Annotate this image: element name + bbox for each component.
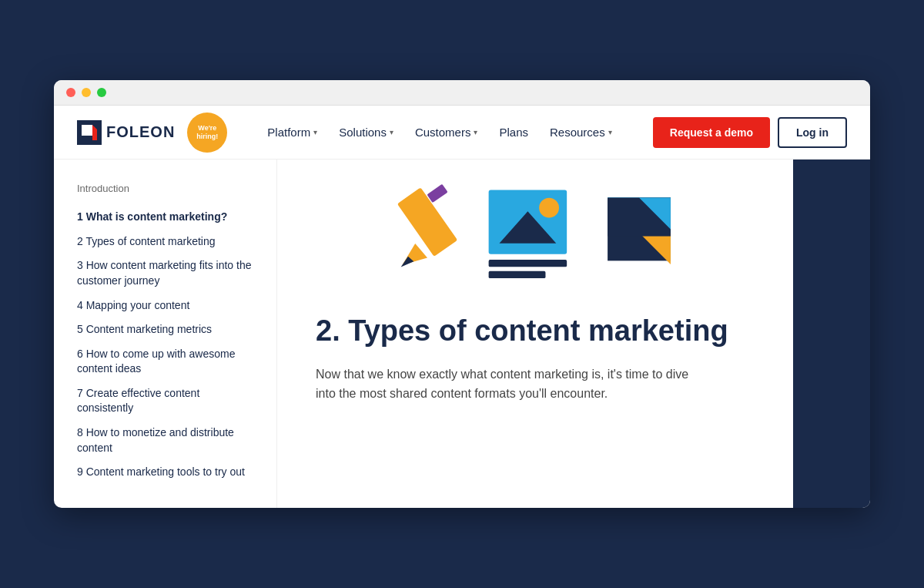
svg-rect-11 (489, 271, 546, 278)
browser-chrome (54, 80, 870, 106)
logo-icon (77, 120, 102, 145)
hiring-badge[interactable]: We're hiring! (187, 113, 227, 153)
arrow-illustration (601, 194, 678, 271)
logo-area: FOLEON We're hiring! (77, 113, 227, 153)
chevron-down-icon: ▾ (474, 128, 477, 136)
right-panel (793, 160, 870, 508)
dot-yellow[interactable] (82, 88, 91, 97)
pencil-illustration (393, 183, 462, 283)
sidebar-item-1[interactable]: 1 What is content marketing? (77, 205, 257, 230)
nav-actions: Request a demo Log in (653, 117, 847, 148)
chevron-down-icon: ▾ (608, 128, 612, 136)
sidebar-item-5[interactable]: 5 Content marketing metrics (77, 318, 257, 342)
sidebar-item-2[interactable]: 2 Types of content marketing (77, 230, 257, 254)
nav-item-resources[interactable]: Resources ▾ (541, 119, 621, 145)
foleon-logo-svg (82, 125, 97, 140)
svg-rect-2 (397, 187, 457, 257)
dot-red[interactable] (66, 88, 75, 97)
sidebar-item-7[interactable]: 7 Create effective content consistently (77, 381, 257, 421)
hiring-line2: hiring! (196, 133, 218, 141)
nav-links: Platform ▾ Solutions ▾ Customers ▾ Plans… (258, 119, 653, 145)
chevron-down-icon: ▾ (313, 128, 317, 136)
nav-item-platform[interactable]: Platform ▾ (258, 119, 326, 145)
content-body: Now that we know exactly what content ma… (316, 365, 701, 404)
svg-rect-5 (427, 184, 447, 203)
svg-marker-1 (92, 125, 97, 140)
nav-item-plans[interactable]: Plans (490, 119, 537, 145)
request-demo-button[interactable]: Request a demo (653, 117, 770, 148)
content-area: 2. Types of content marketing Now that w… (277, 160, 793, 508)
logo-box: FOLEON (77, 120, 175, 145)
svg-point-8 (539, 198, 559, 218)
navbar: FOLEON We're hiring! Platform ▾ Solution… (54, 106, 870, 160)
dot-green[interactable] (97, 88, 106, 97)
sidebar-item-3[interactable]: 3 How content marketing fits into the cu… (77, 254, 257, 293)
content-heading: 2. Types of content marketing (316, 314, 755, 349)
sidebar-item-6[interactable]: 6 How to come up with awesome content id… (77, 342, 257, 381)
svg-rect-0 (82, 125, 92, 136)
image-card-illustration (485, 183, 578, 283)
nav-item-solutions[interactable]: Solutions ▾ (330, 119, 403, 145)
sidebar-item-8[interactable]: 8 How to monetize and distribute content (77, 421, 257, 460)
chevron-down-icon: ▾ (390, 128, 393, 136)
sidebar: Introduction 1 What is content marketing… (54, 160, 277, 508)
browser-window: FOLEON We're hiring! Platform ▾ Solution… (54, 80, 870, 508)
nav-item-customers[interactable]: Customers ▾ (406, 119, 487, 145)
page-layout: Introduction 1 What is content marketing… (54, 160, 870, 508)
sidebar-item-4[interactable]: 4 Mapping your content (77, 294, 257, 318)
svg-rect-10 (489, 260, 567, 267)
illustration-row (316, 183, 755, 283)
hiring-line1: We're (198, 124, 216, 133)
sidebar-item-9[interactable]: 9 Content marketing tools to try out (77, 460, 257, 485)
logo-text: FOLEON (106, 123, 175, 141)
login-button[interactable]: Log in (778, 117, 847, 148)
sidebar-intro: Introduction (77, 183, 257, 194)
